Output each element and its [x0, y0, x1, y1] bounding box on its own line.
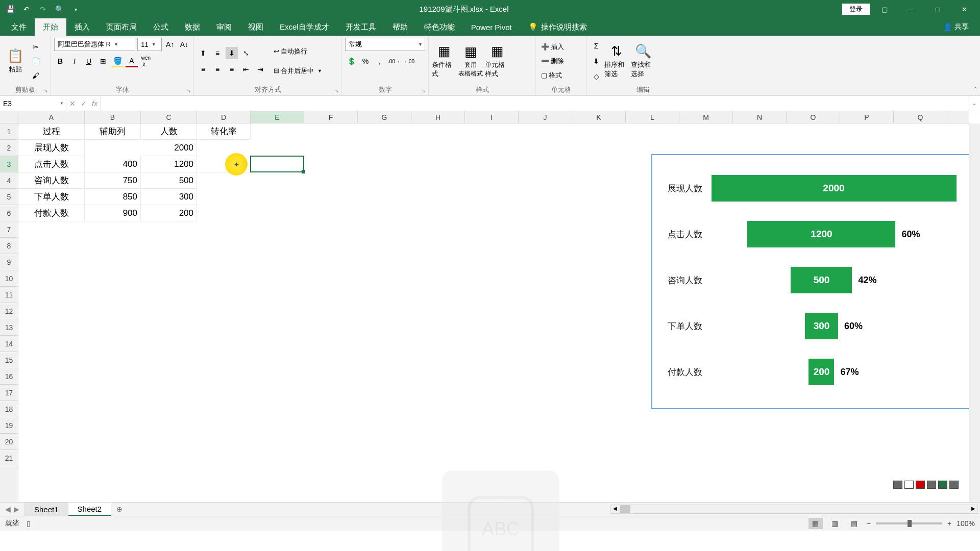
undo-icon[interactable]: ↶ [21, 4, 32, 14]
cell-A4[interactable]: 咨询人数 [18, 172, 85, 189]
tab-help[interactable]: 帮助 [384, 18, 416, 36]
col-header-I[interactable]: I [465, 111, 519, 123]
close-icon[interactable]: ✕ [952, 0, 976, 18]
font-name-combo[interactable]: 阿里巴巴普惠体 R▼ [54, 38, 135, 51]
wrap-text-button[interactable]: ↩自动换行 [272, 46, 324, 57]
copy-icon[interactable]: 📄 [30, 55, 42, 67]
align-bottom-icon[interactable]: ⬇ [226, 47, 238, 59]
fill-icon[interactable]: ⬇ [590, 55, 602, 67]
enter-formula-icon[interactable]: ✓ [81, 99, 87, 108]
formula-input[interactable] [101, 96, 968, 111]
row-header-13[interactable]: 13 [0, 319, 18, 336]
cell-C3[interactable]: 1200 [141, 156, 197, 172]
zoom-out-icon[interactable]: − [867, 519, 871, 528]
col-header-K[interactable]: K [572, 111, 626, 123]
col-header-O[interactable]: O [787, 111, 840, 123]
cell-style-button[interactable]: ▦单元格样式 [485, 43, 509, 80]
tab-pivot[interactable]: Power Pivot [463, 18, 520, 36]
fill-color-icon[interactable]: 🪣 [111, 55, 124, 67]
name-box[interactable]: E3▼ [0, 96, 66, 111]
row-header-2[interactable]: 2 [0, 140, 18, 156]
cell-A2[interactable]: 展现人数 [18, 140, 85, 156]
cell-B4[interactable]: 750 [85, 172, 141, 189]
underline-icon[interactable]: U [83, 55, 95, 67]
border-icon[interactable]: ⊞ [97, 55, 109, 67]
tab-layout[interactable]: 页面布局 [98, 18, 145, 36]
percent-icon[interactable]: % [359, 55, 372, 67]
row-header-9[interactable]: 9 [0, 254, 18, 270]
tab-file[interactable]: 文件 [3, 18, 35, 36]
zoom-slider[interactable] [876, 522, 942, 524]
increase-decimal-icon[interactable]: .00→ [388, 55, 400, 67]
sort-filter-button[interactable]: ⇅排序和筛选 [604, 43, 629, 80]
tab-data[interactable]: 数据 [177, 18, 208, 36]
cell-C6[interactable]: 200 [141, 205, 197, 221]
prev-sheet-icon[interactable]: ◀ [5, 505, 11, 513]
fill-handle[interactable] [302, 170, 305, 173]
tab-insert[interactable]: 插入 [66, 18, 98, 36]
increase-font-icon[interactable]: A↑ [164, 38, 176, 51]
normal-view-icon[interactable]: ▦ [808, 518, 823, 529]
row-header-8[interactable]: 8 [0, 238, 18, 254]
row-header-19[interactable]: 19 [0, 417, 18, 434]
col-header-E[interactable]: E [251, 111, 304, 123]
vertical-scrollbar[interactable] [969, 123, 980, 502]
sheet-tab-Sheet1[interactable]: Sheet1 [25, 503, 68, 516]
comma-icon[interactable]: , [374, 55, 386, 67]
add-sheet-button[interactable]: ⊕ [111, 503, 128, 516]
maximize-icon[interactable]: ◻ [926, 0, 949, 18]
page-break-view-icon[interactable]: ▤ [847, 518, 862, 529]
row-header-16[interactable]: 16 [0, 368, 18, 385]
number-format-combo[interactable]: 常规▼ [345, 38, 425, 51]
align-middle-icon[interactable]: ≡ [211, 47, 224, 59]
zoom-in-icon[interactable]: + [947, 519, 951, 528]
currency-icon[interactable]: 💲 [345, 55, 357, 67]
indent-increase-icon[interactable]: ⇥ [254, 63, 266, 76]
col-header-P[interactable]: P [840, 111, 894, 123]
table-format-button[interactable]: ▦套用 表格格式 [458, 43, 483, 80]
col-header-F[interactable]: F [304, 111, 358, 123]
tab-self[interactable]: Excel自学成才 [272, 18, 337, 36]
cell-B1[interactable]: 辅助列 [85, 123, 141, 140]
expand-formula-icon[interactable]: ⌄ [968, 96, 980, 111]
fx-icon[interactable]: fx [92, 99, 97, 108]
row-header-5[interactable]: 5 [0, 189, 18, 205]
autosum-icon[interactable]: Σ [590, 40, 602, 52]
row-header-10[interactable]: 10 [0, 270, 18, 287]
cell-A1[interactable]: 过程 [18, 123, 85, 140]
col-header-J[interactable]: J [519, 111, 572, 123]
save-icon[interactable]: 💾 [5, 4, 15, 14]
italic-icon[interactable]: I [68, 55, 81, 67]
row-header-21[interactable]: 21 [0, 450, 18, 466]
cell-B5[interactable]: 850 [85, 189, 141, 205]
spreadsheet-grid[interactable]: ABCDEFGHIJKLMNOPQ 1234567891011121314151… [0, 111, 980, 502]
minimize-icon[interactable]: — [899, 0, 923, 18]
preview-icon[interactable]: 🔍 [54, 4, 64, 14]
align-top-icon[interactable]: ⬆ [197, 47, 209, 59]
share-button[interactable]: 👤 共享 [937, 20, 975, 34]
row-header-12[interactable]: 12 [0, 303, 18, 319]
col-header-B[interactable]: B [85, 111, 141, 123]
tab-dev[interactable]: 开发工具 [337, 18, 384, 36]
merge-button[interactable]: ⊟合并后居中▼ [272, 65, 324, 77]
indent-decrease-icon[interactable]: ⇤ [240, 63, 252, 76]
sheet-tab-Sheet2[interactable]: Sheet2 [68, 503, 112, 516]
row-header-18[interactable]: 18 [0, 401, 18, 417]
col-header-L[interactable]: L [626, 111, 679, 123]
launcher-icon[interactable]: ↘ [186, 88, 190, 93]
row-header-1[interactable]: 1 [0, 123, 18, 140]
next-sheet-icon[interactable]: ▶ [14, 505, 19, 513]
row-header-14[interactable]: 14 [0, 336, 18, 352]
cell-C5[interactable]: 300 [141, 189, 197, 205]
clear-icon[interactable]: ◇ [590, 70, 602, 83]
launcher-icon[interactable]: ↘ [334, 88, 338, 93]
decrease-font-icon[interactable]: A↓ [178, 38, 190, 51]
col-header-Q[interactable]: Q [894, 111, 947, 123]
bold-icon[interactable]: B [54, 55, 66, 67]
zoom-level[interactable]: 100% [957, 519, 975, 528]
page-layout-view-icon[interactable]: ▥ [828, 518, 842, 529]
align-left-icon[interactable]: ≡ [197, 63, 209, 76]
row-header-7[interactable]: 7 [0, 221, 18, 238]
cell-B3[interactable]: 400 [85, 156, 141, 172]
launcher-icon[interactable]: ↘ [421, 88, 425, 93]
